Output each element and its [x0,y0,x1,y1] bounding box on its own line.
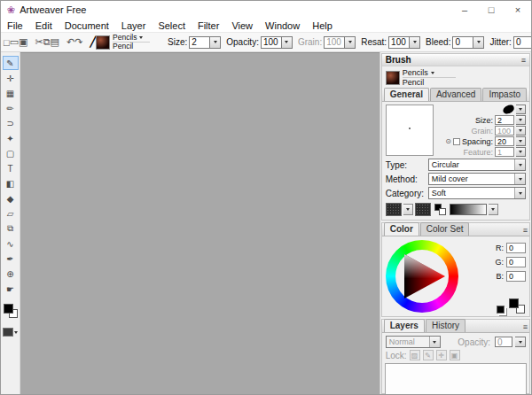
panel-color-swatches[interactable] [509,298,525,314]
color-panel-menu-icon[interactable]: ≡ [523,226,528,235]
brush-panel-menu-icon[interactable]: ≡ [521,56,526,65]
tab-impasto[interactable]: Impasto [482,88,527,101]
undo-icon[interactable]: ↶ [66,35,74,50]
copy-icon[interactable]: ⧉ [43,35,51,50]
gradient-tool[interactable]: ◧ [3,176,19,190]
menu-select[interactable]: Select [152,20,192,31]
color-triangle[interactable] [396,251,448,302]
layers-panel-menu-icon[interactable]: ≡ [523,322,528,331]
brush-tip-icon[interactable] [502,104,515,115]
gradient-dropdown-button[interactable] [489,204,498,215]
tab-history[interactable]: History [426,319,466,332]
layers-list[interactable] [385,363,527,395]
fill-tool[interactable]: ◆ [3,191,19,205]
brush-stroke-icon[interactable]: ╱ [90,35,96,50]
smudge-tool[interactable]: ∿ [3,236,19,251]
panel-feature-input: 1 [495,147,514,157]
default-colors-icon[interactable] [497,306,505,314]
redo-icon[interactable]: ↷ [74,35,82,50]
pencil-tool[interactable]: ✏ [3,101,19,115]
panel-size-input[interactable]: 2 [495,115,514,125]
menu-edit[interactable]: Edit [29,20,59,31]
pattern-texture-swatch[interactable] [415,203,431,216]
paper-texture-dropdown-button[interactable] [403,204,413,215]
size-field: Size: 2 [162,36,221,49]
type-select[interactable]: Circular [428,159,526,171]
lock-label: Lock: [386,351,407,360]
brush-tool[interactable]: ✎ [3,56,19,70]
menu-filter[interactable]: Filter [192,20,225,31]
close-button[interactable]: × [505,1,531,19]
menu-window[interactable]: Window [259,20,306,31]
category-select[interactable]: Soft [428,187,526,199]
spacing-checkbox[interactable] [453,138,460,145]
crop-tool[interactable]: ▦ [3,86,19,100]
eyedropper-tool[interactable]: ✒ [3,252,19,266]
tab-layers[interactable]: Layers [384,319,425,332]
opacity-input[interactable]: 100 [261,36,282,49]
menu-help[interactable]: Help [306,20,339,31]
clone-tool[interactable]: ⧉ [3,221,19,236]
brush-preview-icon[interactable] [386,71,400,85]
foreground-background-swatches[interactable] [4,304,18,318]
gradient-preview[interactable] [450,204,487,215]
tab-advanced[interactable]: Advanced [430,88,481,101]
chevron-down-icon [139,36,143,39]
maximize-button[interactable]: □ [478,1,505,19]
cut-icon[interactable]: ✂ [35,35,43,50]
tab-general[interactable]: General [384,88,429,101]
method-select[interactable]: Mild cover [428,173,526,185]
mini-color-pair[interactable] [434,204,446,215]
menu-layer[interactable]: Layer [115,20,153,31]
panel-spacing-dropdown-button[interactable] [516,136,526,146]
resat-dropdown-button[interactable] [410,36,420,49]
resat-input[interactable]: 100 [388,36,410,49]
tab-color[interactable]: Color [384,222,419,236]
move-tool[interactable]: ✛ [3,71,19,85]
magic-wand-tool[interactable]: ✦ [3,131,19,145]
eraser-tool[interactable]: ▱ [3,206,19,221]
shape-tool[interactable]: ▢ [3,146,19,160]
lasso-tool[interactable]: ⊃ [3,116,19,130]
open-icon[interactable]: ▭ [10,35,19,50]
minimize-button[interactable]: – [451,1,478,19]
method-value: Mild cover [432,174,468,183]
tab-color-set[interactable]: Color Set [420,222,470,236]
size-dropdown-button[interactable] [210,36,221,49]
pattern-selector[interactable] [3,328,18,337]
chevron-down-icon [514,159,525,170]
hand-tool[interactable]: ☛ [3,282,19,296]
size-input[interactable]: 2 [189,36,210,49]
color-wheel[interactable] [386,240,458,313]
paper-texture-swatch[interactable] [386,203,402,216]
b-input[interactable]: 0 [506,271,526,282]
jitter-input[interactable]: 0 [513,36,532,49]
text-tool[interactable]: T [3,161,19,175]
opacity-dropdown-button[interactable] [282,36,293,49]
menu-view[interactable]: View [225,20,259,31]
brush-tip-dropdown-button[interactable] [516,105,526,114]
zoom-tool[interactable]: ⊕ [3,267,19,281]
pattern-swatch[interactable] [3,328,13,337]
brush-preview-icon[interactable] [96,35,110,50]
foreground-color-swatch[interactable] [509,298,519,308]
menu-file[interactable]: File [1,20,29,31]
toolbar-brush-selector[interactable]: Pencils Pencil [113,34,150,50]
menu-document[interactable]: Document [59,20,115,31]
foreground-color-swatch[interactable] [4,304,13,314]
window-controls: – □ × [451,1,531,19]
panel-size-dropdown-button[interactable] [516,115,526,125]
r-input[interactable]: 0 [506,243,526,253]
save-icon[interactable]: ▣ [19,35,27,50]
new-document-icon[interactable]: □ [4,35,10,50]
g-input[interactable]: 0 [506,257,526,267]
paste-icon[interactable]: ▤ [51,35,59,50]
bleed-input[interactable]: 0 [452,36,473,49]
bleed-dropdown-button[interactable] [473,36,484,49]
panel-spacing-input[interactable]: 20 [495,136,514,146]
panel-grain-input: 100 [495,126,514,136]
move-icon: ✛ [6,74,13,83]
brush-selector[interactable]: Pencils Pencil [382,66,529,89]
canvas-area[interactable] [20,52,379,394]
layer-opacity-input: 0 [495,337,512,347]
